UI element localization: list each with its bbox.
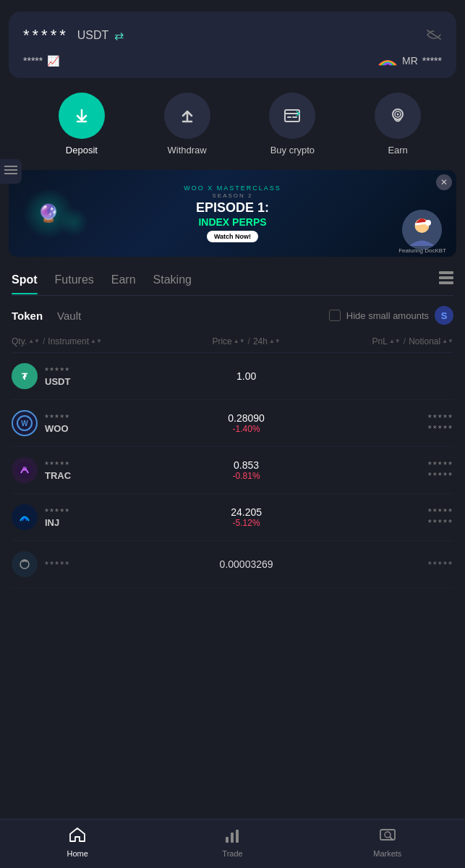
svg-rect-20: [439, 281, 453, 284]
featuring-label: Featuring DocKBT: [398, 247, 446, 254]
trac-icon: [12, 457, 38, 483]
pnl-sort-icon[interactable]: ▲▼: [389, 339, 401, 344]
banner-close-button[interactable]: ✕: [436, 174, 452, 190]
table-row[interactable]: ***** 0.00003269 *****: [12, 541, 453, 588]
usdt-symbol: USDT: [45, 376, 70, 387]
inj-symbol: INJ: [45, 517, 70, 528]
tab-list-icon[interactable]: [439, 271, 453, 295]
inj-icon: [12, 504, 38, 530]
svg-text:₮: ₮: [22, 372, 28, 382]
nav-home[interactable]: Home: [0, 827, 155, 858]
nav-trade[interactable]: Trade: [155, 827, 310, 858]
watch-now-button[interactable]: Watch Now!: [207, 231, 258, 242]
woo-icon: W: [12, 410, 38, 436]
tab-staking[interactable]: Staking: [153, 273, 192, 294]
hide-balance-icon[interactable]: [426, 27, 442, 44]
qty-sort-icon[interactable]: ▲▼: [28, 339, 40, 344]
earn-action[interactable]: Earn: [375, 93, 421, 156]
notional-sort-icon[interactable]: ▲▼: [442, 339, 453, 344]
tab-spot[interactable]: Spot: [12, 273, 38, 294]
episode-label: EPISODE 1:: [196, 200, 269, 215]
trac-price: 0.853: [177, 459, 315, 471]
s-filter-icon[interactable]: S: [435, 306, 453, 325]
chart-icon[interactable]: 📈: [47, 55, 59, 67]
withdraw-action[interactable]: Withdraw: [164, 93, 210, 156]
sub-balance-stars: *****: [23, 55, 43, 67]
woo-qty: *****: [45, 412, 70, 423]
trac-qty: *****: [45, 459, 71, 470]
svg-rect-33: [380, 830, 395, 840]
nav-markets[interactable]: Markets: [310, 827, 465, 858]
notional-header[interactable]: Notional: [409, 336, 440, 346]
deposit-action[interactable]: Deposit: [59, 93, 105, 156]
home-icon: [69, 827, 86, 847]
buy-crypto-action[interactable]: Buy crypto: [269, 93, 315, 156]
svg-line-0: [427, 30, 440, 39]
hide-small-checkbox[interactable]: [329, 310, 341, 321]
tab-futures[interactable]: Futures: [55, 273, 94, 294]
markets-icon: [379, 827, 396, 847]
table-row[interactable]: W ***** WOO 0.28090 -1.40% ***** *****: [12, 400, 453, 447]
subtab-token[interactable]: Token: [12, 310, 43, 322]
trac-change: -0.81%: [177, 471, 315, 481]
woox-banner[interactable]: 🔮 WOO X Masterclass SEASON 2 EPISODE 1: …: [9, 170, 456, 257]
balance-currency: USDT: [77, 29, 109, 42]
woo-symbol: WOO: [45, 423, 70, 434]
markets-label: Markets: [373, 849, 401, 858]
banner-text: WOO X Masterclass SEASON 2 EPISODE 1: IN…: [132, 184, 334, 242]
home-label: Home: [67, 849, 88, 858]
instrument-sort-icon[interactable]: ▲▼: [90, 339, 102, 344]
svg-rect-18: [439, 271, 453, 274]
24h-sort-icon[interactable]: ▲▼: [269, 339, 281, 344]
side-menu-button[interactable]: [0, 159, 22, 184]
hide-small-label: Hide small amounts: [346, 310, 429, 321]
trac-symbol: TRAC: [45, 470, 71, 481]
qty-header[interactable]: Qty.: [12, 336, 27, 346]
price-sort-icon[interactable]: ▲▼: [234, 339, 245, 344]
swap-currency-icon[interactable]: ⇄: [114, 29, 124, 43]
masterclass-label: X Masterclass: [208, 184, 281, 192]
usdt-qty: *****: [45, 365, 70, 376]
svg-point-17: [425, 220, 431, 226]
inj-notional: *****: [315, 517, 453, 528]
trac-pnl: *****: [315, 459, 453, 470]
sub-tabs: Token Vault Hide small amounts S: [12, 296, 453, 332]
svg-rect-30: [226, 837, 229, 843]
banner-avatar: [402, 210, 442, 250]
inj-change: -5.12%: [177, 518, 315, 528]
other-pnl: *****: [315, 559, 453, 570]
table-row[interactable]: ***** TRAC 0.853 -0.81% ***** *****: [12, 447, 453, 494]
other-qty: *****: [45, 559, 70, 570]
bottom-nav: Home Trade Markets: [0, 819, 465, 868]
svg-rect-32: [236, 830, 239, 843]
table-row[interactable]: ***** INJ 24.205 -5.12% ***** *****: [12, 494, 453, 541]
svg-text:W: W: [21, 420, 28, 427]
instrument-header[interactable]: Instrument: [48, 336, 89, 346]
earn-label: Earn: [388, 145, 407, 156]
actions-row: Deposit Withdraw Buy crypto: [14, 87, 465, 170]
tab-earn[interactable]: Earn: [111, 273, 136, 294]
withdraw-label: Withdraw: [168, 145, 207, 156]
table-row[interactable]: ₮ ***** USDT 1.00: [12, 353, 453, 400]
balance-amount: *****: [23, 26, 69, 45]
deposit-label: Deposit: [66, 145, 98, 156]
subtab-vault[interactable]: Vault: [57, 310, 81, 322]
index-perps-label: INDEX PERPS: [132, 216, 334, 228]
woo-price: 0.28090: [177, 412, 315, 424]
24h-header[interactable]: 24h: [253, 336, 268, 346]
pnl-header[interactable]: PnL: [372, 336, 388, 346]
inj-price: 24.205: [177, 506, 315, 518]
price-header[interactable]: Price: [212, 336, 231, 346]
other-icon: [12, 551, 38, 577]
withdraw-icon-circle: [164, 93, 210, 139]
deposit-icon-circle: [59, 93, 105, 139]
balance-card: ***** USDT ⇄ ***** 📈 MR *****: [9, 12, 456, 78]
svg-point-28: [17, 556, 33, 572]
mr-stars: *****: [422, 55, 442, 67]
buy-crypto-icon-circle: [269, 93, 315, 139]
woo-pnl: *****: [315, 412, 453, 423]
svg-rect-19: [439, 276, 453, 279]
svg-point-13: [397, 114, 399, 116]
other-price: 0.00003269: [177, 558, 315, 570]
trac-notional: *****: [315, 470, 453, 481]
